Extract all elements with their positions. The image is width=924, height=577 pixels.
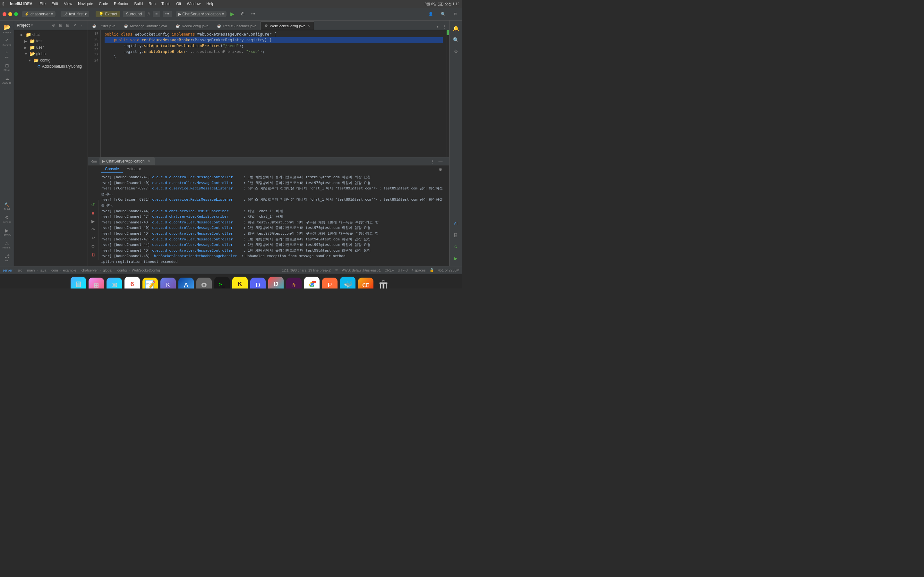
sidebar-item-service[interactable]: ⚙ Service	[1, 213, 13, 225]
dock-calendar[interactable]: 6	[124, 277, 140, 289]
run-tab-header[interactable]: ▶ ChatServerApplication ✕	[99, 157, 155, 165]
search-button[interactable]: 🔍	[451, 35, 461, 45]
com-breadcrumb[interactable]: com	[51, 268, 58, 272]
dock-docker[interactable]: 🐳	[340, 277, 355, 289]
tree-item-chat[interactable]: ▶ 📁 chat	[14, 31, 87, 38]
dock-terminal[interactable]: >_	[214, 277, 230, 289]
tree-item-user[interactable]: ▶ 📁 user	[14, 44, 87, 51]
profile-button[interactable]: 👤	[426, 10, 436, 19]
clear-console-button[interactable]: 🗑	[89, 251, 97, 259]
line-separator[interactable]: CRLF	[384, 268, 394, 272]
dock-notes[interactable]: 📝	[142, 277, 158, 289]
ai-assistant-button[interactable]: AI	[451, 219, 461, 229]
indent-settings[interactable]: 4 spaces	[412, 268, 426, 272]
close-tab-button[interactable]: ✕	[307, 24, 310, 27]
apple-icon[interactable]: 	[3, 1, 4, 6]
edit-mode-button[interactable]: ✏	[335, 268, 338, 272]
project-selector[interactable]: ⚡ chat-server ▾	[22, 11, 55, 17]
run-dashboard-button[interactable]: ▶	[451, 253, 461, 263]
example-breadcrumb[interactable]: example	[63, 268, 76, 272]
more-actions-button[interactable]: •••	[163, 11, 172, 17]
dock-trash[interactable]: 🗑	[376, 277, 391, 289]
step-over-button[interactable]: ↷	[89, 226, 97, 234]
dock-keynote[interactable]: K	[160, 277, 176, 289]
wrap-output-button[interactable]: ↩	[89, 234, 97, 242]
menu-git[interactable]: Git	[174, 1, 184, 7]
tree-item-additional-library[interactable]: ⚙ AdditionalLibraryConfig	[14, 63, 87, 69]
run-configuration[interactable]: ▶ ChatServerApplication ▾	[176, 11, 226, 17]
menu-view[interactable]: View	[61, 1, 75, 7]
minimize-window-button[interactable]	[8, 12, 12, 16]
tab-redis-config[interactable]: ☕ RedisConfig.java	[171, 21, 213, 30]
maximize-window-button[interactable]	[14, 12, 18, 16]
sidebar-item-structure[interactable]: ⊞ Struct	[1, 61, 13, 73]
settings-button[interactable]: ⚙	[451, 10, 459, 19]
menu-file[interactable]: File	[37, 1, 48, 7]
dock-idea[interactable]: IJ	[268, 277, 284, 289]
more-panel-options[interactable]: ⋮	[79, 22, 85, 29]
cursor-position[interactable]: 12:1 (690 chars, 19 line breaks)	[282, 268, 331, 272]
ide-settings-button[interactable]: ⚙	[451, 46, 461, 56]
dock-tableplus[interactable]: CE	[358, 277, 373, 289]
sidebar-item-project[interactable]: 📂 Project	[1, 23, 13, 35]
src-breadcrumb[interactable]: src	[17, 268, 22, 272]
search-everywhere-button[interactable]: 🔍	[438, 10, 448, 19]
git-branch-status[interactable]: server	[3, 268, 13, 272]
menu-run[interactable]: Run	[146, 1, 158, 7]
extract-button[interactable]: 💡 Extract	[95, 11, 120, 17]
dock-kakao[interactable]: K	[232, 277, 248, 289]
locate-file-button[interactable]: ⊙	[50, 22, 57, 29]
app-name[interactable]: IntelliJ IDEA	[7, 1, 35, 7]
menu-code[interactable]: Code	[96, 1, 111, 7]
run-button[interactable]: ▶	[228, 10, 237, 19]
menu-refactor[interactable]: Refactor	[111, 1, 131, 7]
tab-message-controller[interactable]: ☕ MessageController.java	[120, 21, 171, 30]
dock-finder[interactable]: 🖥	[71, 277, 86, 289]
tree-item-test[interactable]: ▶ 📁 test	[14, 38, 87, 44]
gradle-button[interactable]: G	[451, 242, 461, 252]
menu-help[interactable]: Help	[204, 1, 217, 7]
dock-discord[interactable]: D	[250, 277, 266, 289]
file-encoding[interactable]: UTF-8	[398, 268, 408, 272]
tab-scroll-down[interactable]: ▾	[435, 23, 441, 30]
tree-item-global[interactable]: ▼ 📂 global	[14, 51, 87, 57]
collapse-button[interactable]: ⊟	[65, 22, 71, 29]
coverage-button[interactable]: ⏱	[238, 10, 247, 19]
run-panel-settings[interactable]: ⋮	[429, 158, 436, 165]
menu-window[interactable]: Window	[184, 1, 203, 7]
dock-postman[interactable]: P	[322, 277, 338, 289]
sidebar-item-problems[interactable]: ⚠ Proble..	[1, 239, 13, 251]
tab-websocket-config[interactable]: ⚙ WebSocketConfig.java ✕	[260, 21, 314, 30]
sidebar-item-aws[interactable]: ☁ AWS To	[1, 74, 13, 86]
dock-chrome[interactable]	[304, 277, 320, 289]
dock-appstore[interactable]: A	[178, 277, 194, 289]
tab-filter[interactable]: ☕ ...filter.java	[88, 21, 120, 30]
surround-button[interactable]: Surround	[123, 11, 145, 17]
sidebar-item-pr[interactable]: ⑂ PR	[1, 49, 13, 60]
stop-button[interactable]: ■	[89, 210, 97, 217]
config-breadcrumb[interactable]: config	[118, 268, 127, 272]
branch-selector[interactable]: ⎇ test_first ▾	[61, 11, 89, 17]
tree-item-config[interactable]: ▼ 📂 config	[14, 57, 87, 63]
global-breadcrumb[interactable]: global	[103, 268, 112, 272]
menu-edit[interactable]: Edit	[49, 1, 61, 7]
settings-run-button[interactable]: ⚙	[89, 243, 97, 250]
close-run-tab-button[interactable]: ✕	[146, 158, 152, 164]
sidebar-item-terminal[interactable]: ▶ Termin..	[1, 226, 13, 238]
sidebar-item-build[interactable]: 🔨 Build	[1, 201, 13, 212]
expand-button[interactable]: ⊞	[57, 22, 64, 29]
menu-build[interactable]: Build	[132, 1, 145, 7]
resume-button[interactable]: ▶	[89, 218, 97, 226]
close-window-button[interactable]	[3, 12, 6, 16]
notifications-button[interactable]: 🔔	[451, 23, 461, 33]
code-action-button[interactable]: ≡	[153, 11, 160, 17]
code-lines[interactable]: public class WebSocketConfig implements …	[101, 30, 447, 157]
sidebar-item-git[interactable]: ⎇ Git	[1, 252, 13, 263]
dock-mail[interactable]: ✉	[107, 277, 122, 289]
lock-icon[interactable]: 🔒	[430, 268, 434, 272]
menu-navigate[interactable]: Navigate	[75, 1, 95, 7]
websocketconfig-breadcrumb[interactable]: WebSocketConfig	[132, 268, 160, 272]
java-breadcrumb[interactable]: java	[40, 268, 46, 272]
console-tab[interactable]: Console	[101, 165, 123, 173]
chatserver-breadcrumb[interactable]: chatserver	[81, 268, 98, 272]
